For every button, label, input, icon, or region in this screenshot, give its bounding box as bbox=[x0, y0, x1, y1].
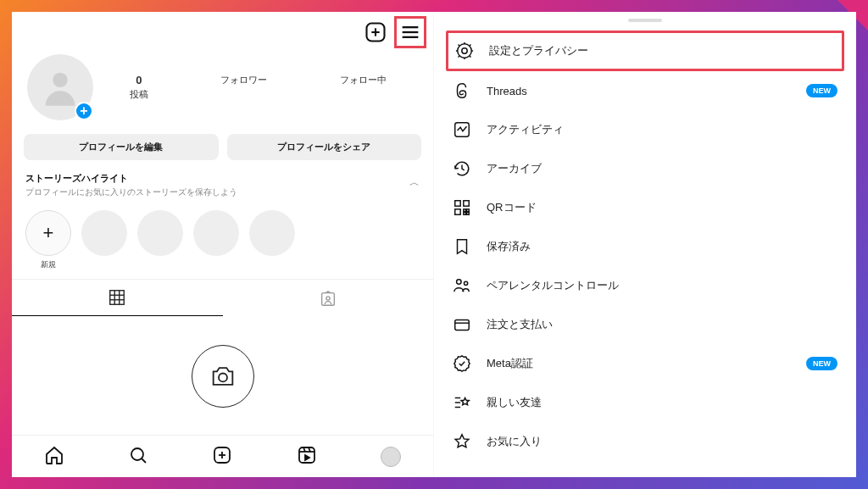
closefriends-icon bbox=[453, 393, 471, 412]
story-new-label: 新規 bbox=[41, 259, 56, 270]
menu-item-label: アクティビティ bbox=[487, 122, 837, 137]
avatar[interactable]: + bbox=[27, 54, 93, 120]
nav-reels[interactable] bbox=[297, 445, 317, 469]
menu-item-label: 設定とプライバシー bbox=[489, 43, 835, 58]
story-highlights-subtitle: プロフィールにお気に入りのストーリーズを保存しよう bbox=[25, 186, 237, 198]
story-highlights-section: ストーリーズハイライト プロフィールにお気に入りのストーリーズを保存しよう ︿ bbox=[12, 169, 433, 202]
story-placeholder bbox=[193, 210, 239, 270]
story-placeholder bbox=[137, 210, 183, 270]
reels-icon bbox=[297, 445, 317, 465]
add-story-icon[interactable]: + bbox=[75, 102, 93, 120]
story-highlights-title: ストーリーズハイライト bbox=[25, 172, 237, 185]
bottom-nav bbox=[12, 435, 433, 477]
archive-icon bbox=[453, 159, 471, 178]
menu-item-label: ペアレンタルコントロール bbox=[487, 278, 837, 293]
tab-grid[interactable] bbox=[12, 280, 223, 316]
chevron-up-icon[interactable]: ︿ bbox=[409, 175, 420, 190]
story-new[interactable]: + 新規 bbox=[25, 210, 71, 270]
svg-rect-20 bbox=[299, 447, 314, 463]
svg-point-24 bbox=[458, 44, 472, 58]
svg-point-43 bbox=[464, 281, 467, 285]
posts-label: 投稿 bbox=[130, 89, 148, 99]
following-label: フォロー中 bbox=[340, 75, 387, 85]
edit-profile-button[interactable]: プロフィールを編集 bbox=[24, 134, 219, 160]
menu-item-parental[interactable]: ペアレンタルコントロール bbox=[453, 266, 837, 305]
nav-home[interactable] bbox=[44, 445, 64, 469]
menu-item-qr[interactable]: QRコード bbox=[453, 188, 837, 227]
menu-item-label: QRコード bbox=[487, 200, 837, 215]
svg-rect-41 bbox=[467, 209, 470, 212]
menu-item-verified[interactable]: Meta認証NEW bbox=[453, 344, 837, 383]
menu-item-label: 親しい友達 bbox=[487, 395, 837, 410]
svg-line-33 bbox=[459, 56, 459, 57]
nav-search[interactable] bbox=[128, 445, 148, 469]
followers-label: フォロワー bbox=[220, 75, 267, 85]
search-icon bbox=[128, 445, 148, 465]
threads-icon bbox=[453, 81, 471, 100]
highlight-hamburger bbox=[394, 16, 426, 48]
menu-item-activity[interactable]: アクティビティ bbox=[453, 110, 837, 149]
menu-item-threads[interactable]: ThreadsNEW bbox=[453, 71, 837, 110]
svg-line-16 bbox=[142, 458, 146, 463]
menu-item-archive[interactable]: アーカイブ bbox=[453, 149, 837, 188]
svg-point-25 bbox=[462, 48, 467, 53]
grid-icon bbox=[108, 288, 126, 307]
svg-line-30 bbox=[459, 45, 459, 46]
new-badge: NEW bbox=[806, 84, 837, 97]
home-icon bbox=[44, 445, 64, 465]
person-icon bbox=[38, 65, 82, 109]
svg-rect-37 bbox=[455, 209, 460, 214]
bookmark-icon bbox=[453, 237, 471, 256]
posts-count: 0 bbox=[130, 74, 148, 86]
svg-point-14 bbox=[219, 373, 227, 381]
svg-rect-39 bbox=[467, 213, 470, 215]
menu-item-gear[interactable]: 設定とプライバシー bbox=[446, 31, 844, 71]
svg-rect-36 bbox=[464, 201, 469, 206]
menu-item-star[interactable]: お気に入り bbox=[453, 422, 837, 461]
story-highlights-row: + 新規 bbox=[12, 202, 433, 275]
stat-followers[interactable]: フォロワー bbox=[220, 74, 267, 101]
parental-icon bbox=[453, 276, 471, 295]
tab-tagged[interactable] bbox=[223, 280, 434, 316]
sheet-handle[interactable] bbox=[628, 19, 662, 22]
menu-item-label: Meta認証 bbox=[487, 356, 791, 371]
svg-rect-12 bbox=[321, 292, 334, 305]
verified-icon bbox=[453, 354, 471, 373]
qr-icon bbox=[453, 198, 471, 217]
camera-empty-icon bbox=[192, 345, 254, 408]
story-placeholder bbox=[81, 210, 127, 270]
svg-point-42 bbox=[457, 280, 462, 285]
menu-item-bookmark[interactable]: 保存済み bbox=[453, 227, 837, 266]
nav-profile[interactable] bbox=[381, 447, 401, 467]
stat-following[interactable]: フォロー中 bbox=[340, 74, 387, 101]
svg-rect-7 bbox=[110, 291, 125, 305]
profile-tabs bbox=[12, 279, 433, 316]
menu-button[interactable] bbox=[398, 20, 422, 44]
gear-icon bbox=[455, 42, 474, 60]
empty-grid bbox=[12, 316, 433, 413]
create-button[interactable] bbox=[364, 20, 387, 44]
svg-rect-38 bbox=[464, 209, 466, 212]
story-placeholder bbox=[249, 210, 295, 270]
svg-rect-44 bbox=[455, 320, 470, 331]
top-bar bbox=[12, 12, 433, 49]
tagged-icon bbox=[319, 289, 337, 308]
profile-header: + 0 投稿 フォロワー フォロー中 bbox=[12, 49, 433, 125]
menu-item-card[interactable]: 注文と支払い bbox=[453, 305, 837, 344]
star-icon bbox=[453, 432, 471, 451]
profile-screen: + 0 投稿 フォロワー フォロー中 プロフィールを編集 bbox=[12, 12, 434, 477]
nav-create[interactable] bbox=[212, 445, 232, 469]
hamburger-icon bbox=[398, 20, 422, 44]
menu-item-closefriends[interactable]: 親しい友達 bbox=[453, 383, 837, 422]
svg-point-13 bbox=[326, 296, 330, 299]
activity-icon bbox=[453, 120, 471, 139]
menu-item-label: Threads bbox=[487, 85, 791, 97]
stat-posts[interactable]: 0 投稿 bbox=[130, 74, 148, 101]
menu-list: 設定とプライバシーThreadsNEWアクティビティアーカイブQRコード保存済み… bbox=[434, 31, 856, 461]
svg-point-15 bbox=[131, 448, 143, 460]
svg-line-31 bbox=[470, 56, 470, 57]
menu-sheet: 設定とプライバシーThreadsNEWアクティビティアーカイブQRコード保存済み… bbox=[434, 12, 856, 477]
svg-rect-35 bbox=[455, 201, 460, 206]
menu-item-label: 注文と支払い bbox=[487, 317, 837, 332]
share-profile-button[interactable]: プロフィールをシェア bbox=[227, 134, 422, 160]
